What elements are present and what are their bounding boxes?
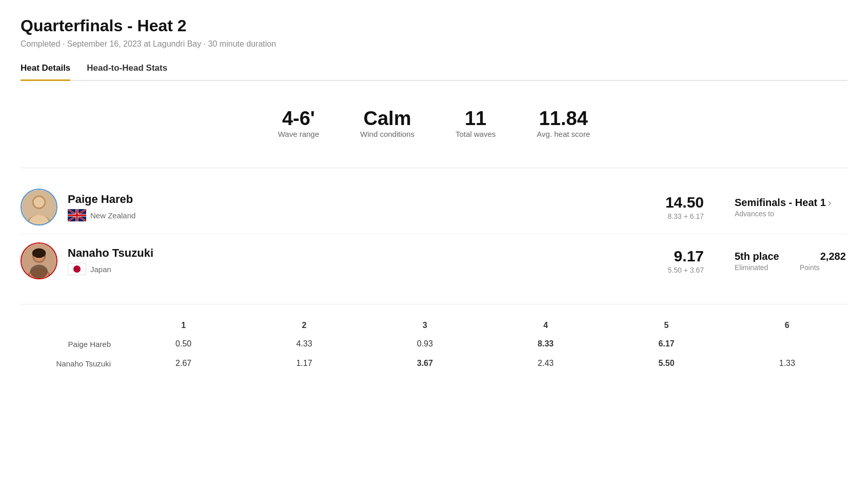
avatar-nanaho	[21, 242, 57, 279]
status-badge: Completed	[21, 39, 60, 48]
event-date: September 16, 2023	[67, 39, 142, 48]
stat-waves-label: Total waves	[456, 130, 496, 138]
result-nanaho: 5th place Eliminated 2,282 Points	[735, 251, 847, 272]
stat-total-waves: 11 Total waves	[456, 108, 496, 139]
athletes-section: Paige Hareb ★ ★ ★ ★	[21, 180, 847, 288]
total-score-paige: 14.50	[665, 194, 704, 211]
event-duration: 30 minute duration	[208, 39, 277, 48]
stat-avg-value: 11.84	[537, 108, 590, 130]
result-points-nanaho: 2,282	[820, 251, 846, 262]
result-label-paige: Advances to	[735, 210, 847, 218]
flag-jp-circle	[73, 265, 81, 273]
athlete-country-nanaho: Japan	[68, 263, 668, 275]
wave-table-divider	[21, 304, 847, 304]
wave-score-paige-4: 8.33	[485, 334, 606, 354]
sub-scores-paige: 8.33 + 6.17	[665, 212, 704, 220]
event-location: Lagundri Bay	[153, 39, 201, 48]
wave-score-nanaho-5: 5.50	[606, 354, 726, 373]
result-points-label-nanaho: Points	[800, 263, 846, 272]
svg-text:★: ★	[82, 214, 84, 217]
stat-wave-range-value: 4-6'	[278, 108, 319, 130]
svg-point-24	[30, 265, 48, 278]
svg-point-23	[32, 248, 46, 258]
sub-scores-nanaho: 5.50 + 3.67	[668, 266, 704, 274]
result-status-nanaho: Eliminated	[735, 263, 779, 272]
chevron-right-icon: ›	[828, 197, 832, 209]
wave-col-2: 2	[244, 317, 364, 334]
wave-score-nanaho-3: 3.67	[365, 354, 485, 373]
svg-text:★: ★	[78, 214, 80, 216]
athlete-name-nanaho: Nanaho Tsuzuki	[68, 247, 668, 260]
wave-table-section: 1 2 3 4 5 6 Paige Hareb 0.50 4.33 0.93 8…	[21, 317, 847, 383]
tab-bar: Heat Details Head-to-Head Stats	[21, 63, 847, 81]
flag-nz: ★ ★ ★ ★	[68, 209, 86, 221]
athlete-info-nanaho: Nanaho Tsuzuki Japan	[68, 247, 668, 275]
wave-row-nanaho: Nanaho Tsuzuki 2.67 1.17 3.67 2.43 5.50 …	[21, 354, 847, 373]
athlete-row-paige: Paige Hareb ★ ★ ★ ★	[21, 180, 847, 234]
athlete-row-nanaho: Nanaho Tsuzuki Japan 9.17 5.50 + 3.67 5t…	[21, 234, 847, 288]
result-link-paige[interactable]: Semifinals - Heat 1 ›	[735, 197, 847, 209]
stats-row: 4-6' Wave range Calm Wind conditions 11 …	[21, 99, 847, 147]
athlete-info-paige: Paige Hareb ★ ★ ★ ★	[68, 193, 665, 221]
wave-col-5: 5	[606, 317, 726, 334]
athlete-country-paige: ★ ★ ★ ★ New Zealand	[68, 209, 665, 221]
stat-wave-range: 4-6' Wave range	[278, 108, 319, 139]
page-subtitle: Completed · September 16, 2023 at Lagund…	[21, 39, 847, 49]
total-score-nanaho: 9.17	[668, 248, 704, 265]
wave-score-paige-1: 0.50	[123, 334, 244, 354]
wave-score-paige-6	[727, 334, 847, 354]
wave-col-6: 6	[727, 317, 847, 334]
stat-avg-heat-score: 11.84 Avg. heat score	[537, 108, 590, 139]
section-divider	[21, 168, 847, 168]
wave-score-nanaho-4: 2.43	[485, 354, 606, 373]
stat-wind-label: Wind conditions	[360, 130, 415, 138]
stat-waves-value: 11	[456, 108, 496, 130]
svg-point-3	[34, 197, 45, 208]
svg-text:★: ★	[80, 216, 82, 219]
wave-col-3: 3	[365, 317, 485, 334]
wave-score-nanaho-2: 1.17	[244, 354, 364, 373]
wave-row-label-nanaho: Nanaho Tsuzuki	[21, 354, 123, 373]
tab-heat-details[interactable]: Heat Details	[21, 63, 70, 81]
page-title: Quarterfinals - Heat 2	[21, 16, 847, 35]
stat-wind-conditions: Calm Wind conditions	[360, 108, 415, 139]
wave-score-paige-2: 4.33	[244, 334, 364, 354]
flag-jp	[68, 263, 86, 275]
stat-wind-value: Calm	[360, 108, 415, 130]
country-name-nanaho: Japan	[90, 265, 111, 274]
wave-score-nanaho-6: 1.33	[727, 354, 847, 373]
result-paige: Semifinals - Heat 1 › Advances to	[735, 197, 847, 218]
wave-row-label-paige: Paige Hareb	[21, 334, 123, 354]
avatar-paige	[21, 189, 57, 225]
wave-score-paige-3: 0.93	[365, 334, 485, 354]
tab-head-to-head[interactable]: Head-to-Head Stats	[87, 63, 167, 81]
athlete-name-paige: Paige Hareb	[68, 193, 665, 206]
wave-table-empty-header	[21, 317, 123, 334]
wave-row-paige: Paige Hareb 0.50 4.33 0.93 8.33 6.17	[21, 334, 847, 354]
stat-avg-label: Avg. heat score	[537, 130, 590, 138]
wave-table: 1 2 3 4 5 6 Paige Hareb 0.50 4.33 0.93 8…	[21, 317, 847, 373]
wave-col-1: 1	[123, 317, 244, 334]
country-name-paige: New Zealand	[90, 211, 135, 220]
wave-score-nanaho-1: 2.67	[123, 354, 244, 373]
wave-col-4: 4	[485, 317, 606, 334]
wave-score-paige-5: 6.17	[606, 334, 726, 354]
scores-nanaho: 9.17 5.50 + 3.67	[668, 248, 704, 274]
stat-wave-range-label: Wave range	[278, 130, 319, 138]
scores-paige: 14.50 8.33 + 6.17	[665, 194, 704, 220]
result-place-nanaho: 5th place	[735, 251, 779, 262]
